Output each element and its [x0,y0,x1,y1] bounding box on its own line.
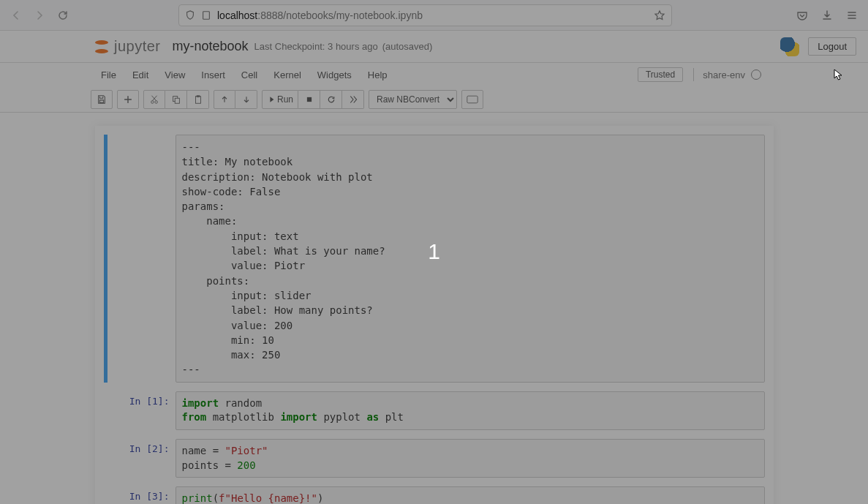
menu-kernel[interactable]: Kernel [266,67,309,83]
jupyter-header: jupyter my-notebook Last Checkpoint: 3 h… [0,31,868,63]
forward-button[interactable] [29,5,50,26]
cell-input[interactable]: --- title: My notebook description: Note… [176,135,765,383]
cut-button[interactable] [143,90,165,109]
jupyter-logo-icon [94,39,110,55]
logout-button[interactable]: Logout [808,37,856,56]
jupyter-logo-text: jupyter [114,38,161,55]
cell-prompt: . [104,135,176,383]
copy-button[interactable] [165,90,187,109]
pocket-icon[interactable] [792,5,812,26]
bookmark-star-icon[interactable] [654,10,665,21]
cell-prompt: In [2]: [104,439,176,478]
cell-code-1[interactable]: In [1]: import random from matplotlib im… [104,391,765,430]
save-button[interactable] [91,90,113,109]
overlay-number: 1 [428,239,440,264]
celltype-select[interactable]: Raw NBConvert [369,90,457,109]
cell-input[interactable]: print(f"Hello {name}!") [176,486,765,504]
cell-code-3[interactable]: In [3]: print(f"Hello {name}!") [104,486,765,504]
menu-bar: File Edit View Insert Cell Kernel Widget… [0,63,868,86]
svg-rect-0 [203,11,210,19]
toolbar: Run Raw NBConvert [0,86,868,113]
restart-button[interactable] [320,90,342,109]
notebook-container: . --- title: My notebook description: No… [0,113,868,504]
hamburger-menu-icon[interactable] [842,5,862,26]
menu-edit[interactable]: Edit [125,67,156,83]
url-bar[interactable]: localhost:8888/notebooks/my-notebook.ipy… [178,4,672,26]
page-icon [201,10,211,20]
menu-insert[interactable]: Insert [194,67,233,83]
notebook: . --- title: My notebook description: No… [95,126,774,504]
cell-code-2[interactable]: In [2]: name = "Piotr" points = 200 [104,439,765,478]
browser-toolbar: localhost:8888/notebooks/my-notebook.ipy… [0,0,868,31]
move-down-button[interactable] [235,90,257,109]
paste-button[interactable] [187,90,209,109]
trusted-badge[interactable]: Trusted [638,67,683,82]
restart-run-all-button[interactable] [342,90,364,109]
svg-rect-8 [467,96,478,103]
notebook-title[interactable]: my-notebook [173,39,249,54]
downloads-icon[interactable] [817,5,837,26]
url-text: localhost:8888/notebooks/my-notebook.ipy… [217,10,423,21]
cell-input[interactable]: import random from matplotlib import pyp… [176,391,765,430]
svg-rect-7 [306,97,311,101]
jupyter-logo[interactable]: jupyter [94,38,161,55]
move-up-button[interactable] [214,90,235,109]
python-logo-icon [780,37,799,56]
menu-cell[interactable]: Cell [234,67,265,83]
svg-rect-5 [195,96,200,103]
menu-view[interactable]: View [157,67,192,83]
add-cell-button[interactable] [117,90,139,109]
interrupt-button[interactable] [298,90,320,109]
menu-help[interactable]: Help [361,67,395,83]
back-button[interactable] [6,5,26,26]
cell-prompt: In [1]: [104,391,176,430]
cell-input[interactable]: name = "Piotr" points = 200 [176,439,765,478]
svg-point-2 [155,100,158,103]
svg-point-1 [151,100,154,103]
kernel-status-icon [751,69,761,80]
shield-icon [185,10,195,20]
run-button[interactable]: Run [262,90,298,109]
reload-button[interactable] [53,5,73,26]
kernel-name[interactable]: share-env [703,69,745,80]
divider [693,68,694,81]
checkpoint-text: Last Checkpoint: 3 hours ago [254,41,378,52]
menu-file[interactable]: File [94,67,124,83]
menu-widgets[interactable]: Widgets [310,67,359,83]
cell-prompt: In [3]: [104,486,176,504]
autosaved-text: (autosaved) [382,41,433,52]
svg-rect-4 [175,98,179,103]
command-palette-button[interactable] [461,90,483,109]
